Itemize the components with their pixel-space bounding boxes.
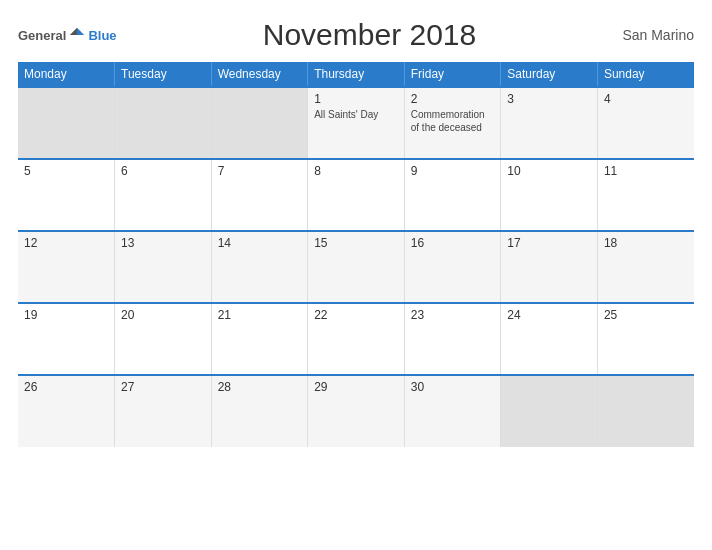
calendar-cell: [211, 87, 308, 159]
day-number: 1: [314, 92, 398, 106]
calendar-body: 1All Saints' Day2Commemoration of the de…: [18, 87, 694, 447]
calendar-cell: 20: [115, 303, 212, 375]
calendar-cell: [115, 87, 212, 159]
calendar-cell: 5: [18, 159, 115, 231]
calendar-cell: 9: [404, 159, 501, 231]
calendar-cell: 18: [597, 231, 694, 303]
col-thursday: Thursday: [308, 62, 405, 87]
calendar-cell: 17: [501, 231, 598, 303]
calendar-cell: 1All Saints' Day: [308, 87, 405, 159]
calendar-cell: 3: [501, 87, 598, 159]
day-number: 9: [411, 164, 495, 178]
day-number: 12: [24, 236, 108, 250]
calendar-cell: 16: [404, 231, 501, 303]
calendar-table: Monday Tuesday Wednesday Thursday Friday…: [18, 62, 694, 447]
day-number: 4: [604, 92, 688, 106]
calendar-cell: 13: [115, 231, 212, 303]
calendar-cell: 26: [18, 375, 115, 447]
calendar-cell: 22: [308, 303, 405, 375]
day-number: 30: [411, 380, 495, 394]
calendar-cell: 21: [211, 303, 308, 375]
day-number: 20: [121, 308, 205, 322]
calendar-cell: [597, 375, 694, 447]
day-number: 2: [411, 92, 495, 106]
calendar-week-row: 12131415161718: [18, 231, 694, 303]
day-number: 16: [411, 236, 495, 250]
day-number: 23: [411, 308, 495, 322]
logo-blue-text: Blue: [88, 28, 116, 43]
calendar-cell: 29: [308, 375, 405, 447]
calendar-cell: 23: [404, 303, 501, 375]
day-number: 21: [218, 308, 302, 322]
day-number: 11: [604, 164, 688, 178]
calendar-cell: 15: [308, 231, 405, 303]
logo-flag-icon: [68, 26, 86, 44]
day-number: 18: [604, 236, 688, 250]
calendar-cell: 11: [597, 159, 694, 231]
calendar-cell: 8: [308, 159, 405, 231]
calendar-cell: 19: [18, 303, 115, 375]
calendar-cell: 12: [18, 231, 115, 303]
header: General Blue November 2018 San Marino: [18, 18, 694, 52]
calendar-week-row: 567891011: [18, 159, 694, 231]
day-number: 14: [218, 236, 302, 250]
day-event: All Saints' Day: [314, 109, 378, 120]
calendar-cell: 24: [501, 303, 598, 375]
day-number: 3: [507, 92, 591, 106]
day-number: 13: [121, 236, 205, 250]
calendar-cell: 28: [211, 375, 308, 447]
calendar-week-row: 2627282930: [18, 375, 694, 447]
day-number: 19: [24, 308, 108, 322]
day-number: 26: [24, 380, 108, 394]
svg-marker-1: [70, 28, 77, 35]
calendar-week-row: 1All Saints' Day2Commemoration of the de…: [18, 87, 694, 159]
calendar-cell: 30: [404, 375, 501, 447]
day-number: 24: [507, 308, 591, 322]
calendar-cell: [18, 87, 115, 159]
day-number: 5: [24, 164, 108, 178]
day-number: 29: [314, 380, 398, 394]
calendar-cell: 2Commemoration of the deceased: [404, 87, 501, 159]
days-of-week-row: Monday Tuesday Wednesday Thursday Friday…: [18, 62, 694, 87]
calendar-cell: 25: [597, 303, 694, 375]
calendar-cell: 10: [501, 159, 598, 231]
svg-marker-0: [77, 28, 84, 35]
day-number: 10: [507, 164, 591, 178]
calendar-cell: 7: [211, 159, 308, 231]
col-tuesday: Tuesday: [115, 62, 212, 87]
day-number: 7: [218, 164, 302, 178]
day-number: 17: [507, 236, 591, 250]
calendar-cell: 4: [597, 87, 694, 159]
day-number: 27: [121, 380, 205, 394]
day-number: 8: [314, 164, 398, 178]
region-label: San Marino: [622, 27, 694, 43]
logo: General Blue: [18, 26, 117, 44]
calendar-cell: [501, 375, 598, 447]
day-number: 28: [218, 380, 302, 394]
calendar-week-row: 19202122232425: [18, 303, 694, 375]
calendar-cell: 6: [115, 159, 212, 231]
col-friday: Friday: [404, 62, 501, 87]
col-monday: Monday: [18, 62, 115, 87]
col-wednesday: Wednesday: [211, 62, 308, 87]
page: General Blue November 2018 San Marino Mo…: [0, 0, 712, 550]
col-sunday: Sunday: [597, 62, 694, 87]
day-number: 22: [314, 308, 398, 322]
day-number: 6: [121, 164, 205, 178]
logo-general-text: General: [18, 28, 66, 43]
calendar-title: November 2018: [117, 18, 623, 52]
calendar-header: Monday Tuesday Wednesday Thursday Friday…: [18, 62, 694, 87]
col-saturday: Saturday: [501, 62, 598, 87]
day-event: Commemoration of the deceased: [411, 109, 485, 133]
calendar-cell: 14: [211, 231, 308, 303]
day-number: 15: [314, 236, 398, 250]
calendar-cell: 27: [115, 375, 212, 447]
day-number: 25: [604, 308, 688, 322]
